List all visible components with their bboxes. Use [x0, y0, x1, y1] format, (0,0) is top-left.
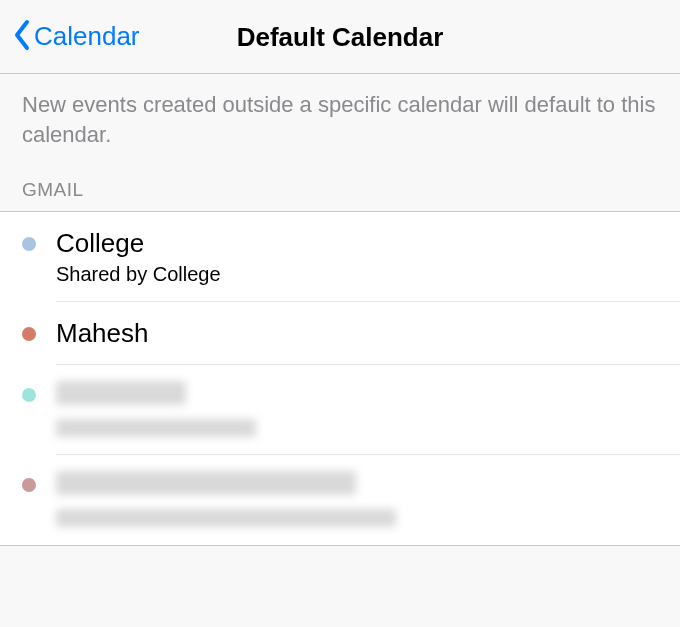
section-header: GMAIL: [0, 179, 680, 211]
redacted-title: [56, 471, 356, 495]
calendar-color-dot: [22, 478, 36, 492]
list-item-content: Mahesh: [56, 318, 658, 349]
list-item[interactable]: College Shared by College: [0, 212, 680, 302]
calendar-title: Mahesh: [56, 318, 658, 349]
redacted-subtitle: [56, 419, 256, 437]
list-item-content: [56, 469, 658, 531]
list-item[interactable]: Mahesh: [0, 302, 680, 365]
calendar-color-dot: [22, 237, 36, 251]
list-item[interactable]: [0, 365, 680, 455]
calendar-title: College: [56, 228, 658, 259]
chevron-left-icon: [12, 18, 32, 56]
list-item-content: College Shared by College: [56, 228, 658, 286]
calendar-color-dot: [22, 388, 36, 402]
back-label: Calendar: [34, 21, 140, 52]
redacted-subtitle: [56, 509, 396, 527]
list-item-content: [56, 379, 658, 441]
navbar: Calendar Default Calendar: [0, 0, 680, 74]
back-button[interactable]: Calendar: [0, 18, 140, 56]
calendar-subtitle: Shared by College: [56, 263, 658, 286]
page-title: Default Calendar: [237, 21, 444, 52]
calendar-color-dot: [22, 327, 36, 341]
list-item[interactable]: [0, 455, 680, 545]
calendar-list: College Shared by College Mahesh: [0, 211, 680, 546]
description-text: New events created outside a specific ca…: [0, 74, 680, 179]
redacted-title: [56, 381, 186, 405]
